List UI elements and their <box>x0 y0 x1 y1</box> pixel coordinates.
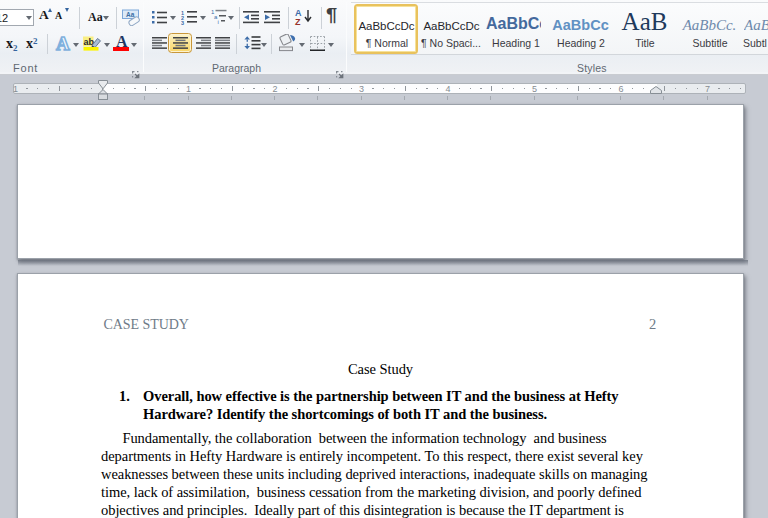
svg-text:3: 3 <box>181 20 184 25</box>
svg-text:Aa: Aa <box>126 11 135 18</box>
svg-text:i: i <box>218 19 219 25</box>
